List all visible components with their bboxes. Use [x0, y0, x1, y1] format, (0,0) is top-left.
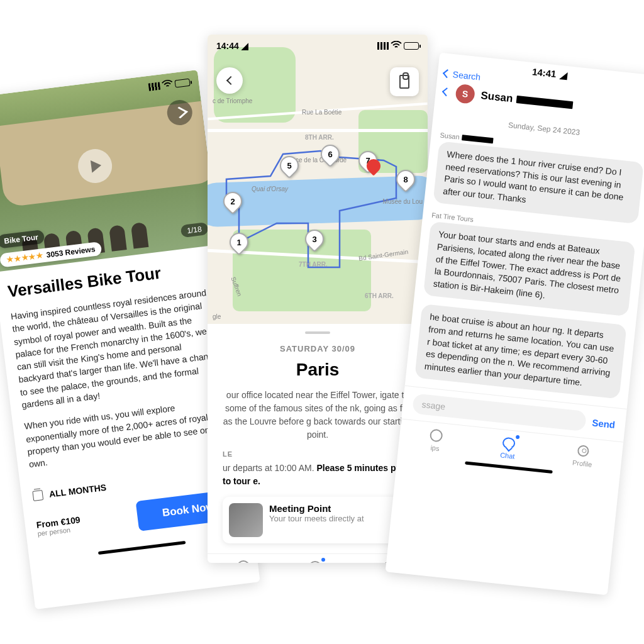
battery-icon — [174, 79, 190, 88]
map-label: c de Triomphe — [213, 97, 252, 104]
back-button[interactable] — [216, 67, 243, 94]
itinerary-description: our office located near the Eiffel Tower… — [223, 389, 413, 441]
avatar: S — [455, 84, 475, 104]
itinerary-date: SATURDAY 30/09 — [223, 344, 413, 353]
schedule-heading: LE — [223, 450, 413, 458]
message-bubble-incoming[interactable]: he boat cruise is about an hour ng. It d… — [414, 304, 627, 399]
chevron-left-icon — [442, 87, 451, 96]
map-label: 8TH ARR. — [305, 134, 334, 141]
hero-image[interactable]: Bike Tour ★★★★★ 3053 Reviews 1/18 — [0, 70, 219, 272]
wifi-icon — [391, 41, 402, 51]
tab-chat[interactable]: Chat — [499, 435, 517, 460]
tab-trips[interactable]: ips — [427, 428, 445, 453]
contact-name: Susan — [480, 89, 574, 111]
chat-icon — [309, 561, 321, 563]
battery-icon — [404, 42, 419, 50]
review-count: 3053 Reviews — [46, 245, 96, 259]
redacted-text — [462, 135, 494, 143]
signal-icon — [148, 82, 160, 91]
share-icon — [172, 107, 188, 118]
schedule-text: ur departs at 10:00 AM. Please 5 minutes… — [223, 462, 413, 488]
status-time: 14:41 — [531, 66, 557, 79]
tab-profile[interactable]: Profile — [572, 443, 594, 469]
calendar-icon — [32, 490, 43, 501]
clipboard-icon — [399, 75, 409, 89]
status-bar: 14:44 ◢ — [208, 37, 428, 52]
notification-dot — [516, 435, 520, 440]
chat-icon — [502, 437, 516, 450]
notification-dot — [321, 558, 325, 562]
map-label: Musée du Lou — [383, 198, 423, 205]
itinerary-city: Paris — [223, 360, 413, 380]
chevron-left-icon — [226, 76, 235, 85]
image-counter: 1/18 — [180, 222, 208, 238]
tab-chat[interactable]: Chat — [308, 559, 323, 563]
map-label: Rue La Boétie — [302, 109, 341, 116]
chevron-left-icon — [443, 69, 452, 78]
location-icon: ◢ — [560, 69, 569, 80]
send-button[interactable]: Send — [592, 417, 616, 430]
meeting-point-title: Meeting Point — [269, 503, 364, 514]
map-label: 6TH ARR. — [365, 292, 394, 299]
location-icon: ◢ — [242, 41, 248, 51]
trips-icon — [430, 429, 443, 443]
signal-icon — [377, 42, 389, 50]
wifi-icon — [161, 79, 174, 91]
tour-description-1: Having inspired countless royal residenc… — [10, 286, 225, 412]
clipboard-button[interactable] — [390, 67, 419, 96]
meeting-point-sub: Your tour meets directly at — [269, 514, 364, 523]
trips-icon — [237, 560, 250, 563]
map-view[interactable]: 14:44 ◢ c de Triomphe Rue La Boétie 8TH … — [208, 35, 428, 324]
profile-icon — [577, 445, 590, 457]
map-label: Quai d'Orsay — [252, 186, 288, 192]
play-icon — [91, 159, 102, 173]
star-icon: ★★★★★ — [6, 251, 44, 264]
month-filter-label: ALL MONTHS — [48, 482, 107, 499]
meeting-point-thumb — [229, 503, 263, 537]
meeting-point-card[interactable]: Meeting Point Your tour meets directly a… — [223, 497, 413, 543]
drag-handle[interactable] — [305, 331, 330, 334]
map-attribution: gle — [213, 313, 221, 320]
map-label: 7TH ARR. — [299, 261, 328, 268]
redacted-text — [516, 96, 574, 109]
tab-trips[interactable]: ps — [236, 559, 251, 563]
status-time: 14:44 — [216, 41, 239, 51]
